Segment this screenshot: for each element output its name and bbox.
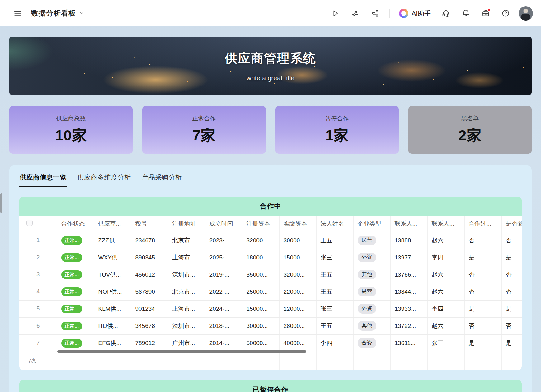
cell-tax_no: 901234: [131, 300, 168, 317]
status-badge: 正常...: [61, 236, 82, 245]
cell-paid_capital: 12000...: [279, 300, 316, 317]
cell-address: 上海市...: [168, 249, 205, 266]
cell-legal_name: 王五: [316, 232, 353, 249]
user-avatar[interactable]: [519, 6, 533, 21]
cell-reg_capital: 50000...: [242, 334, 279, 352]
vertical-scrollbar-thumb[interactable]: [0, 193, 2, 213]
stat-value: 1家: [325, 126, 349, 145]
cell-contact_phone: 13977...: [390, 249, 427, 266]
cell-paid_capital: 30000...: [279, 232, 316, 249]
cell-contact_phone: 13722...: [390, 317, 427, 334]
cell-supplier: HIJ供...: [94, 317, 131, 334]
main-content: 供应商管理系统 write a great title 供应商总数 10家 正常…: [0, 37, 541, 392]
hero-subtitle: write a great title: [247, 74, 294, 82]
company-type-badge: 外资: [358, 253, 376, 262]
tab-2[interactable]: 产品采购分析: [142, 171, 182, 187]
cell-coop_history: 否: [464, 283, 501, 300]
column-header[interactable]: 供应商...: [94, 216, 131, 232]
analysis-panel: 供应商信息一览供应商多维度分析产品采购分析 合作中 合作状态供应商...税号注册…: [9, 165, 532, 392]
table-row[interactable]: 7正常...EFG供...789012广州市...2014-...50000..…: [19, 334, 522, 352]
notifications-button[interactable]: [459, 7, 473, 20]
table-row[interactable]: 6正常...HIJ供...345678深圳市...2018-...30000..…: [19, 317, 522, 334]
topbar-divider: [389, 9, 390, 18]
company_type-cell: 合资: [353, 334, 390, 352]
table-row[interactable]: 2正常...WXY供...890345上海市...2025-...18000..…: [19, 249, 522, 266]
supplier-table: 合作状态供应商...税号注册地址成立时间注册资本实缴资本法人姓名企业类型联系人.…: [19, 216, 522, 370]
cell-contact_name: 赵六: [427, 283, 464, 300]
cooperating-table-card: 合作中 合作状态供应商...税号注册地址成立时间注册资本实缴资本法人姓名企业类型…: [19, 197, 522, 370]
support-button[interactable]: [439, 7, 453, 20]
cell-participated: 否: [501, 317, 522, 334]
column-header[interactable]: 联系人...: [390, 216, 427, 232]
cell-founded: 2024-...: [205, 300, 242, 317]
table-row[interactable]: 5正常...KLM供...901234上海市...2024-...15000..…: [19, 300, 522, 317]
inbox-button[interactable]: [479, 7, 492, 20]
column-header[interactable]: 是否参: [501, 216, 522, 232]
dashboard-title-dropdown[interactable]: 数据分析看板: [31, 8, 84, 18]
column-header[interactable]: 成立时间: [205, 216, 242, 232]
menu-button[interactable]: [11, 7, 24, 20]
cell-legal_name: 王五: [316, 266, 353, 283]
row-number: 5: [19, 300, 57, 317]
help-button[interactable]: [499, 7, 512, 20]
status-badge: 正常...: [61, 305, 82, 313]
table-row[interactable]: 1正常...ZZZ供...234678北京市...2023-...32000..…: [19, 232, 522, 249]
cell-reg_capital: 35000...: [242, 266, 279, 283]
status-badge: 正常...: [61, 270, 82, 279]
column-header[interactable]: 合作过...: [464, 216, 501, 232]
table-row[interactable]: 4正常...NOP供...567890北京市...2022-...25000..…: [19, 283, 522, 300]
column-header[interactable]: 企业类型: [353, 216, 390, 232]
cell-legal_name: 王五: [316, 317, 353, 334]
cell-contact_phone: 13888...: [390, 232, 427, 249]
play-icon: [331, 9, 339, 17]
tab-0[interactable]: 供应商信息一览: [19, 171, 67, 187]
column-header[interactable]: 联系人...: [427, 216, 464, 232]
settings-button[interactable]: [348, 7, 362, 20]
cell-founded: 2019-...: [205, 266, 242, 283]
cell-reg_capital: 15000...: [242, 300, 279, 317]
company-type-badge: 民营: [358, 236, 376, 245]
cell-legal_name: 王五: [316, 283, 353, 300]
company-type-badge: 外资: [358, 304, 376, 314]
cell-coop_history: 是: [464, 249, 501, 266]
row-number: 3: [19, 266, 57, 283]
dashboard-screen: 数据分析看板: [0, 0, 541, 392]
stat-cards: 供应商总数 10家 正常合作 7家 暂停合作 1家 黑名单 2家: [9, 106, 532, 154]
cell-contact_name: 赵六: [427, 317, 464, 334]
share-button[interactable]: [368, 7, 382, 20]
row-number: 4: [19, 283, 57, 300]
column-header[interactable]: 税号: [131, 216, 168, 232]
run-button[interactable]: [328, 7, 342, 20]
column-header[interactable]: 实缴资本: [279, 216, 316, 232]
row-number: 6: [19, 317, 57, 334]
cell-founded: 2014-...: [205, 334, 242, 352]
status-cell: 正常...: [57, 249, 94, 266]
company-type-badge: 民营: [358, 287, 376, 296]
cell-founded: 2023-...: [205, 232, 242, 249]
column-header[interactable]: 法人姓名: [316, 216, 353, 232]
footer-cell: [279, 352, 316, 370]
stat-card-1[interactable]: 正常合作 7家: [142, 106, 266, 154]
select-all-checkbox[interactable]: [26, 220, 33, 226]
status-badge: 正常...: [61, 253, 82, 262]
stat-value: 7家: [192, 126, 216, 145]
tab-1[interactable]: 供应商多维度分析: [77, 171, 131, 187]
stat-card-2[interactable]: 暂停合作 1家: [275, 106, 399, 154]
cell-participated: 是: [501, 300, 522, 317]
company_type-cell: 民营: [353, 232, 390, 249]
stat-card-3[interactable]: 黑名单 2家: [408, 106, 532, 154]
footer-cell: [205, 352, 242, 370]
stat-card-0[interactable]: 供应商总数 10家: [9, 106, 133, 154]
horizontal-scrollbar-thumb[interactable]: [57, 350, 306, 353]
cell-paid_capital: 28000...: [279, 317, 316, 334]
cell-contact_name: 张三: [427, 334, 464, 352]
column-header[interactable]: 注册地址: [168, 216, 205, 232]
cell-reg_capital: 30000...: [242, 317, 279, 334]
cell-supplier: KLM供...: [94, 300, 131, 317]
ai-assistant-button[interactable]: AI助手: [397, 9, 433, 18]
table-row[interactable]: 3正常...TUV供...456012深圳市...2019-...35000..…: [19, 266, 522, 283]
column-header[interactable]: 合作状态: [57, 216, 94, 232]
cell-coop_history: 是: [464, 300, 501, 317]
column-header[interactable]: 注册资本: [242, 216, 279, 232]
cell-address: 广州市...: [168, 334, 205, 352]
